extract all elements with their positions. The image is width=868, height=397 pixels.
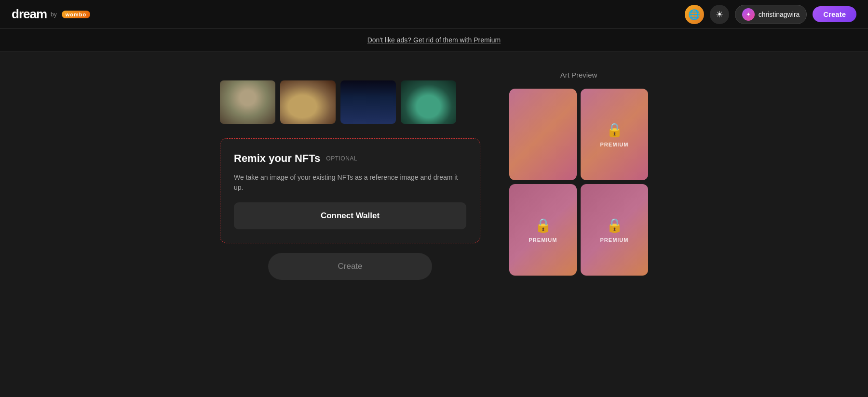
sun-icon: ☀ [716, 9, 723, 20]
header-right: 🌐 ☀ ✦ christinagwira Create [685, 5, 856, 24]
preview-cell-4[interactable]: 🔒 PREMIUM [581, 184, 648, 276]
theme-toggle-button[interactable]: ☀ [710, 5, 729, 24]
nft-title: Remix your NFTs [234, 152, 320, 165]
image-thumb-food[interactable] [280, 80, 336, 124]
connect-wallet-button[interactable]: Connect Wallet [234, 202, 466, 229]
premium-label-2: PREMIUM [600, 142, 629, 147]
preview-cell-2[interactable]: 🔒 PREMIUM [581, 89, 648, 180]
food-visual [280, 80, 336, 124]
header: dream by wombo 🌐 ☀ ✦ christinagwira Crea… [0, 0, 868, 29]
nft-card-header: Remix your NFTs OPTIONAL [234, 152, 466, 165]
main-content: Remix your NFTs OPTIONAL We take an imag… [0, 52, 868, 397]
image-row [220, 80, 480, 124]
boat-visual [401, 80, 456, 124]
image-thumb-escalator[interactable] [340, 80, 396, 124]
premium-label-3: PREMIUM [529, 237, 557, 243]
globe-icon: 🌐 [688, 9, 700, 20]
header-left: dream by wombo [12, 7, 90, 22]
main-create-button[interactable]: Create [268, 253, 432, 280]
owl-visual [220, 80, 275, 124]
preview-cell-1[interactable] [509, 89, 577, 180]
globe-button[interactable]: 🌐 [685, 5, 704, 24]
ad-banner: Don't like ads? Get rid of them with Pre… [0, 29, 868, 52]
lock-icon-4: 🔒 [606, 217, 623, 233]
right-panel: Art Preview 🔒 PREMIUM 🔒 PREMIUM 🔒 PREMIU… [509, 71, 648, 276]
premium-label-4: PREMIUM [600, 237, 629, 243]
premium-ad-link[interactable]: Don't like ads? Get rid of them with Pre… [367, 36, 501, 44]
nft-description: We take an image of your existing NFTs a… [234, 172, 466, 193]
left-panel: Remix your NFTs OPTIONAL We take an imag… [220, 80, 480, 280]
header-create-button[interactable]: Create [813, 6, 856, 22]
optional-badge: OPTIONAL [326, 155, 357, 162]
wombo-badge: wombo [62, 11, 91, 18]
image-thumb-owl[interactable] [220, 80, 275, 124]
logo-dream: dream [12, 7, 47, 22]
art-preview-grid: 🔒 PREMIUM 🔒 PREMIUM 🔒 PREMIUM [509, 89, 648, 276]
escalator-visual [340, 80, 396, 124]
logo-by-label: by [51, 11, 57, 18]
art-preview-label: Art Preview [560, 71, 597, 79]
user-profile-button[interactable]: ✦ christinagwira [735, 5, 807, 24]
nft-remix-card: Remix your NFTs OPTIONAL We take an imag… [220, 138, 480, 243]
preview-cell-3[interactable]: 🔒 PREMIUM [509, 184, 577, 276]
username-label: christinagwira [759, 11, 800, 18]
lock-icon-3: 🔒 [535, 217, 552, 233]
image-thumb-boat[interactable] [401, 80, 456, 124]
lock-icon-2: 🔒 [606, 122, 623, 138]
avatar: ✦ [742, 8, 755, 21]
